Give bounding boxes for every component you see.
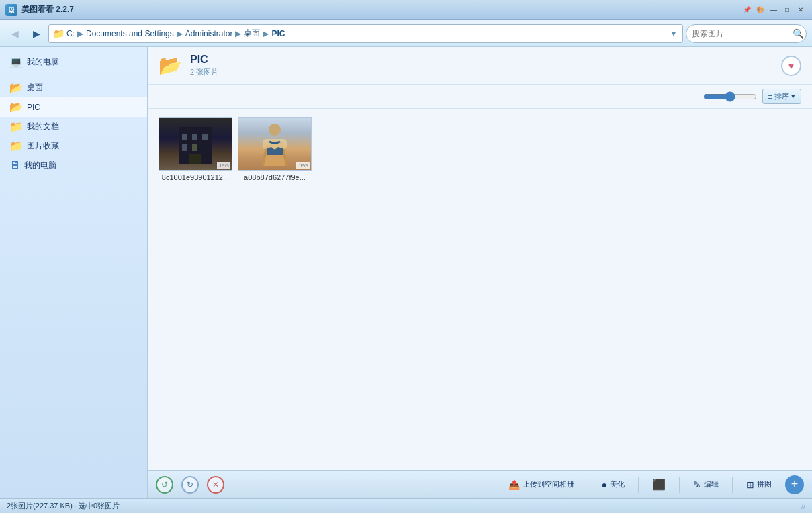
sidebar-item-label-pic: PIC [27, 103, 40, 112]
sidebar-item-desktop[interactable]: 📂 桌面 [0, 78, 147, 97]
skin-button[interactable]: 🎨 [754, 4, 766, 16]
status-bar: 2张图片(227.37 KB) · 选中0张图片 // [0, 498, 812, 513]
sidebar-item-pic[interactable]: 📂 PIC [0, 97, 147, 117]
toolbar-separator-3 [679, 477, 680, 493]
toolbar-separator-4 [732, 477, 733, 493]
folder-header: 📂 PIC 2 张图片 ♥ [148, 47, 812, 85]
image-filename-0: 8c1001e93901212... [159, 173, 232, 181]
address-path-3: 桌面 [244, 28, 260, 39]
collage-button[interactable]: ⊞ 拼图 [741, 477, 777, 493]
sort-label: 排序 [774, 91, 789, 101]
sort-chevron-icon: ▾ [791, 92, 795, 101]
sidebar-item-mydocs[interactable]: 📁 我的文档 [0, 117, 147, 136]
mycomputer-icon: 🖥 [9, 159, 20, 171]
app-icon: 🖼 [5, 4, 17, 16]
folder-big-icon: 📂 [159, 54, 182, 77]
sort-icon: ≡ [768, 93, 772, 101]
edit-label: 编辑 [704, 479, 719, 489]
image-badge-1: JPG [296, 162, 310, 169]
collage-label: 拼图 [757, 479, 772, 489]
view-controls: ≡ 排序 ▾ [148, 85, 812, 109]
upload-icon: 📤 [508, 479, 520, 490]
image-item-1[interactable]: JPG a08b87d6277f9e... [238, 117, 312, 181]
current-tool-button[interactable]: ⬛ [647, 475, 671, 494]
image-grid: JPG 8c1001e93901212... [148, 109, 812, 470]
title-bar: 🖼 美图看看 2.2.7 📌 🎨 — □ ✕ [0, 0, 812, 20]
edit-button[interactable]: ✎ 编辑 [688, 477, 724, 493]
mydocs-folder-icon: 📁 [9, 120, 23, 133]
beauty-icon: ● [602, 479, 607, 490]
refresh-circle-button[interactable]: ↺ [156, 476, 173, 494]
sidebar-item-label-desktop: 桌面 [27, 82, 43, 93]
addr-sep-3: ▶ [235, 29, 241, 38]
search-input[interactable] [692, 29, 793, 38]
sidebar-item-label-mycomputer: 我的电脑 [24, 160, 56, 171]
forward-button[interactable]: ▶ [27, 24, 46, 43]
computer-icon: 💻 [9, 56, 23, 68]
close-button[interactable]: ✕ [795, 4, 807, 16]
image-filename-1: a08b87d6277f9e... [238, 173, 312, 181]
bottom-toolbar: ↺ ↻ ✕ 📤 上传到空间相册 ● 美化 ⬛ ✎ 编辑 [148, 470, 812, 498]
beauty-label: 美化 [610, 479, 625, 489]
image-thumbnail-0[interactable]: JPG [159, 117, 232, 171]
address-path-2: Administrator [185, 29, 233, 38]
current-tool-icon: ⬛ [652, 478, 666, 491]
address-path-4: PIC [271, 29, 285, 38]
toolbar: ◀ ▶ 📁 C: ▶ Documents and Settings ▶ Admi… [0, 20, 812, 47]
address-path-1: Documents and Settings [86, 29, 174, 38]
folder-name: PIC [190, 54, 773, 66]
maximize-button[interactable]: □ [781, 4, 793, 16]
image-thumbnail-1[interactable]: JPG [238, 117, 312, 171]
address-bar[interactable]: 📁 C: ▶ Documents and Settings ▶ Administ… [48, 24, 683, 43]
folder-info: PIC 2 张图片 [190, 54, 773, 77]
pictures-folder-icon: 📁 [9, 140, 23, 152]
svg-rect-4 [182, 144, 187, 151]
back-button[interactable]: ◀ [5, 24, 24, 43]
rotate-circle-button[interactable]: ↻ [181, 476, 199, 494]
pic-folder-icon: 📂 [9, 101, 23, 113]
sidebar-item-label-mydocs: 我的文档 [27, 121, 59, 132]
image-item-0[interactable]: JPG 8c1001e93901212... [159, 117, 232, 181]
toolbar-separator-2 [638, 477, 639, 493]
delete-circle-button[interactable]: ✕ [207, 476, 224, 494]
beauty-button[interactable]: ● 美化 [596, 477, 630, 493]
search-icon[interactable]: 🔍 [793, 28, 804, 39]
address-dropdown-icon[interactable]: ▾ [669, 28, 678, 40]
sort-button[interactable]: ≡ 排序 ▾ [762, 89, 801, 104]
sidebar-title: 我的电脑 [27, 56, 59, 68]
status-diag: // [801, 502, 805, 510]
toolbar-separator-1 [588, 477, 588, 493]
svg-rect-5 [192, 144, 197, 151]
minimize-button[interactable]: — [768, 4, 780, 16]
window-controls: 📌 🎨 — □ ✕ [741, 4, 807, 16]
pin-button[interactable]: 📌 [741, 4, 753, 16]
address-drive: C: [66, 29, 75, 38]
svg-rect-6 [189, 154, 201, 164]
svg-rect-2 [192, 134, 197, 140]
folder-count: 2 张图片 [190, 67, 773, 77]
favorite-button[interactable]: ♥ [781, 56, 801, 76]
addr-sep-1: ▶ [77, 29, 83, 38]
sidebar-item-mycomputer-header[interactable]: 💻 我的电脑 [0, 52, 147, 72]
size-slider[interactable] [703, 91, 757, 102]
addr-sep-2: ▶ [177, 29, 183, 38]
app-title: 美图看看 2.2.7 [21, 4, 741, 15]
content-area: 📂 PIC 2 张图片 ♥ ≡ 排序 ▾ [148, 47, 812, 498]
sidebar: 💻 我的电脑 📂 桌面 📂 PIC 📁 我的文档 📁 图片收藏 🖥 我的电脑 [0, 47, 148, 498]
edit-icon: ✎ [693, 479, 701, 490]
sidebar-item-mycomputer[interactable]: 🖥 我的电脑 [0, 156, 147, 175]
image-badge-0: JPG [217, 162, 230, 169]
collage-icon: ⊞ [746, 479, 754, 490]
desktop-folder-icon: 📂 [9, 81, 23, 94]
svg-rect-3 [202, 134, 208, 140]
sidebar-item-pictures[interactable]: 📁 图片收藏 [0, 136, 147, 156]
svg-point-7 [269, 124, 281, 136]
addr-sep-4: ▶ [263, 29, 269, 38]
address-folder-icon: 📁 [53, 28, 64, 39]
svg-rect-1 [182, 134, 187, 140]
upload-label: 上传到空间相册 [523, 479, 574, 489]
upload-button[interactable]: 📤 上传到空间相册 [503, 477, 580, 493]
add-button[interactable]: + [785, 475, 804, 494]
search-bar[interactable]: 🔍 [686, 24, 807, 43]
sidebar-item-label-pictures: 图片收藏 [27, 140, 59, 152]
